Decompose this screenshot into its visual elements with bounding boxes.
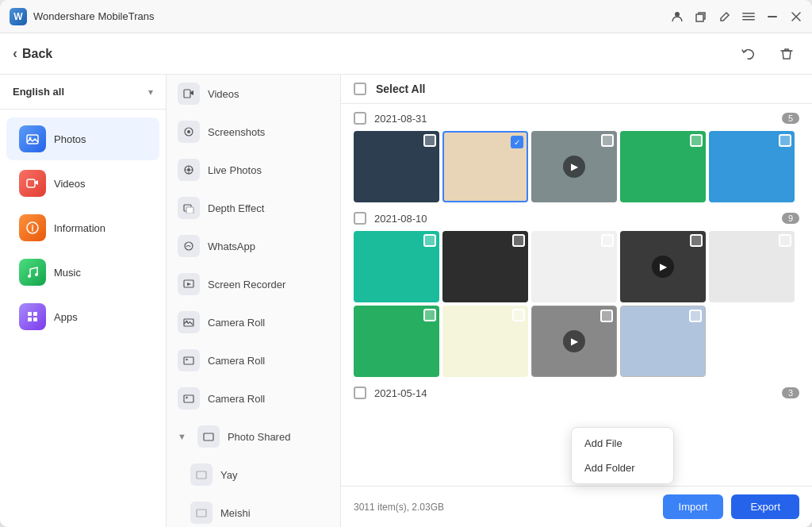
undo-button[interactable] xyxy=(736,41,761,67)
sidebar-item-photos[interactable]: Photos xyxy=(6,117,159,160)
play-button-icon[interactable]: ▶ xyxy=(652,256,674,278)
sidebar: English all ▾ Photos Videos xyxy=(0,75,167,527)
subnav-depth-effect[interactable]: Depth Effect xyxy=(167,189,340,227)
select-all-checkbox[interactable] xyxy=(354,83,366,95)
svg-rect-1 xyxy=(696,14,703,21)
depth-effect-sub-label: Depth Effect xyxy=(208,202,264,214)
sidebar-item-music[interactable]: Music xyxy=(6,251,159,294)
photo-checkbox[interactable]: ✓ xyxy=(511,136,523,148)
window-button[interactable] xyxy=(695,10,707,23)
device-selector[interactable]: English all ▾ xyxy=(0,75,166,110)
photo-checkbox[interactable] xyxy=(601,234,614,247)
delete-button[interactable] xyxy=(774,41,799,67)
app-title: Wondershare MobileTrans xyxy=(33,10,671,22)
svg-rect-5 xyxy=(768,16,777,17)
back-button[interactable]: ‹ Back xyxy=(13,45,52,62)
svg-rect-8 xyxy=(27,179,35,187)
subnav-live-photos[interactable]: Live Photos xyxy=(167,151,340,189)
app-logo: W xyxy=(10,8,27,25)
import-button[interactable]: Import xyxy=(663,494,724,519)
photo-checkbox[interactable] xyxy=(689,310,702,322)
menu-button[interactable] xyxy=(742,10,755,23)
subnav-screenshots[interactable]: Screenshots xyxy=(167,113,340,151)
sidebar-item-videos[interactable]: Videos xyxy=(6,162,159,205)
middle-panel: Videos Screenshots Live Photos Depth Eff… xyxy=(167,75,341,527)
information-label: Information xyxy=(54,222,105,234)
play-button-icon[interactable]: ▶ xyxy=(563,156,585,178)
subnav-camera-roll-2[interactable]: Camera Roll xyxy=(167,341,340,379)
subnav-meishi[interactable]: Meishi xyxy=(174,494,340,527)
photos-row-2b: ▶ xyxy=(354,306,799,377)
photo-thumb[interactable]: ▶ xyxy=(531,131,617,202)
photo-thumb[interactable] xyxy=(442,231,528,302)
date-checkbox-1[interactable] xyxy=(354,112,366,125)
photo-checkbox[interactable] xyxy=(779,234,791,247)
photo-checkbox[interactable] xyxy=(690,234,703,247)
photo-thumb[interactable]: ▶ xyxy=(620,231,706,302)
subnav-videos[interactable]: Videos xyxy=(167,75,340,113)
apps-icon xyxy=(19,303,46,330)
photo-thumb[interactable] xyxy=(531,231,617,302)
edit-button[interactable] xyxy=(718,10,731,23)
screen-recorder-sub-icon xyxy=(178,273,200,295)
profile-button[interactable] xyxy=(671,10,684,23)
photo-checkbox[interactable] xyxy=(423,234,436,247)
date-label-3: 2021-05-14 xyxy=(374,387,774,399)
photo-shared-sub-icon xyxy=(197,425,220,448)
meishi-sub-icon xyxy=(190,502,213,524)
window-controls xyxy=(671,10,802,23)
date-count-1: 5 xyxy=(782,113,799,124)
photo-checkbox[interactable] xyxy=(512,234,525,247)
svg-point-0 xyxy=(675,12,680,17)
svg-rect-2 xyxy=(742,13,755,14)
photo-checkbox[interactable] xyxy=(690,134,703,147)
date-label-2: 2021-08-10 xyxy=(374,213,774,225)
dropdown-menu: Add File Add Folder xyxy=(571,427,674,484)
date-checkbox-3[interactable] xyxy=(354,387,366,399)
svg-rect-27 xyxy=(184,357,193,364)
photo-thumb[interactable] xyxy=(709,131,795,202)
svg-rect-4 xyxy=(742,19,755,21)
photo-checkbox[interactable] xyxy=(601,134,614,147)
date-count-2: 9 xyxy=(782,213,799,224)
photo-thumb[interactable] xyxy=(709,231,795,302)
close-button[interactable] xyxy=(790,10,802,23)
videos-sub-icon xyxy=(178,83,200,105)
photo-thumb[interactable] xyxy=(620,306,706,377)
date-checkbox-2[interactable] xyxy=(354,212,366,225)
add-file-item[interactable]: Add File xyxy=(572,431,673,456)
photo-thumb[interactable] xyxy=(354,306,439,377)
photo-thumb[interactable] xyxy=(354,231,439,302)
photo-thumb[interactable]: ✓ xyxy=(442,131,528,202)
date-count-3: 3 xyxy=(782,387,799,398)
photo-checkbox[interactable] xyxy=(779,134,791,147)
add-folder-item[interactable]: Add Folder xyxy=(572,456,673,480)
photo-checkbox[interactable] xyxy=(423,309,436,321)
select-all-label: Select All xyxy=(376,83,426,95)
sidebar-item-apps[interactable]: Apps xyxy=(6,295,159,338)
svg-point-28 xyxy=(186,359,187,360)
play-button-icon[interactable]: ▶ xyxy=(563,330,585,352)
subnav-yay[interactable]: Yay xyxy=(174,456,340,494)
photo-thumb[interactable] xyxy=(620,131,706,202)
export-button[interactable]: Export xyxy=(731,494,799,519)
photo-thumb[interactable] xyxy=(442,306,528,377)
subnav-whatsapp[interactable]: WhatsApp xyxy=(167,227,340,265)
photo-checkbox[interactable] xyxy=(512,309,525,321)
svg-rect-32 xyxy=(197,471,206,479)
back-label: Back xyxy=(22,47,52,61)
header-bar: ‹ Back xyxy=(0,33,812,75)
date-group-1: 2021-08-31 5 ✓ ▶ xyxy=(354,112,799,202)
sidebar-item-information[interactable]: Information xyxy=(6,206,159,249)
subnav-camera-roll-1[interactable]: Camera Roll xyxy=(167,303,340,341)
photo-checkbox[interactable] xyxy=(600,310,613,322)
photo-thumb[interactable]: ▶ xyxy=(531,306,617,377)
music-icon xyxy=(19,259,46,286)
photo-checkbox[interactable] xyxy=(423,134,436,147)
subnav-photo-shared[interactable]: ▼ Photo Shared xyxy=(167,417,340,456)
subnav-screen-recorder[interactable]: Screen Recorder xyxy=(167,265,340,303)
subnav-camera-roll-3[interactable]: Camera Roll xyxy=(167,379,340,417)
minimize-button[interactable] xyxy=(766,10,779,23)
photo-thumb[interactable] xyxy=(354,131,439,202)
live-photos-sub-label: Live Photos xyxy=(208,164,262,176)
